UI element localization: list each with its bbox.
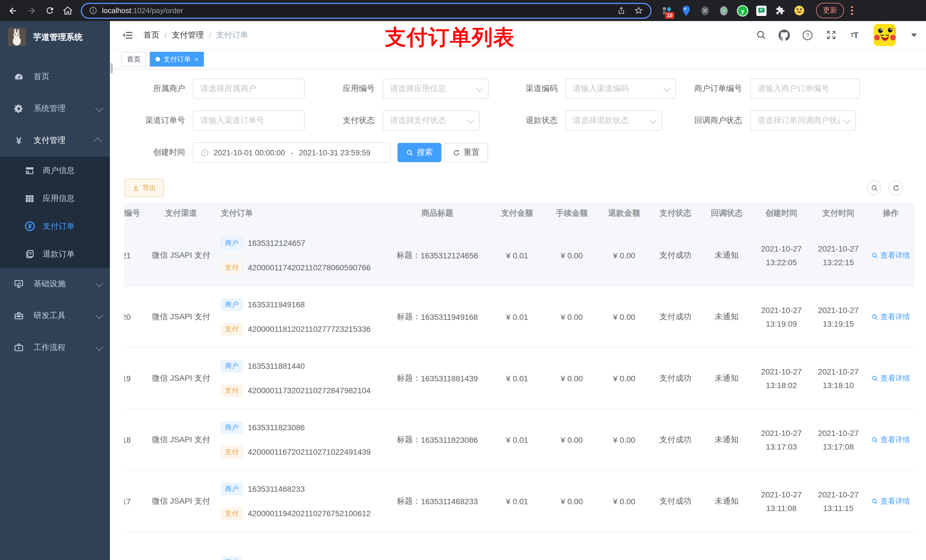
user-avatar[interactable] — [874, 24, 896, 46]
placeholder-text: 请输入渠道编码 — [573, 84, 660, 94]
column-header-6[interactable]: 退款金额 — [598, 208, 651, 219]
breadcrumb-home[interactable]: 首页 — [144, 30, 159, 40]
column-header-10[interactable]: 支付时间 — [810, 208, 867, 219]
filter-field-支付状态: 支付状态请选择支付状态 — [312, 110, 480, 131]
column-header-11[interactable]: 操作 — [867, 208, 915, 219]
view-detail-link[interactable]: 查看详情 — [872, 312, 910, 322]
sidebar-item-1[interactable]: 系统管理 — [0, 93, 113, 125]
cell-channel: 微信 JSAPI 支付 — [147, 312, 215, 322]
merchant-order-no: 1635311949168 — [248, 300, 305, 309]
export-button[interactable]: 导出 — [124, 179, 164, 197]
address-bar[interactable]: localhost:1024/pay/order — [81, 3, 652, 18]
column-header-0[interactable]: 编号 — [124, 208, 147, 219]
sidebar-item-label: 研发工具 — [33, 311, 96, 321]
app-logo-row[interactable]: 芋道管理系统 — [0, 21, 113, 53]
filter-field-渠道编码: 渠道编码请输入渠道编码 — [500, 78, 676, 99]
fullscreen-icon[interactable] — [825, 29, 837, 41]
column-header-2[interactable]: 支付订单 — [215, 208, 386, 219]
sidebar-subitem-0[interactable]: 商户信息 — [0, 157, 113, 184]
view-detail-link[interactable]: 查看详情 — [872, 435, 910, 445]
sidebar-subitem-1[interactable]: 应用信息 — [0, 184, 113, 212]
back-icon[interactable] — [6, 3, 21, 18]
order-id-value: 18 — [124, 435, 131, 444]
extension-vue-icon[interactable]: y — [737, 5, 748, 16]
cell-refund-amount: ¥ 0.00 — [598, 312, 651, 321]
view-detail-label: 查看详情 — [881, 373, 910, 383]
font-size-icon[interactable]: TT — [848, 29, 861, 41]
tab-close-icon[interactable]: × — [195, 56, 198, 62]
column-header-7[interactable]: 支付状态 — [651, 208, 701, 219]
share-icon[interactable] — [617, 6, 626, 15]
order-id-value: 21 — [124, 251, 131, 260]
column-header-5[interactable]: 手续金额 — [546, 208, 598, 219]
breadcrumb-pay-manage[interactable]: 支付管理 — [172, 30, 204, 40]
help-icon[interactable]: ? — [801, 29, 814, 41]
breadcrumb-separator: / — [165, 30, 167, 39]
filter-field-渠道订单号: 渠道订单号请输入渠道订单号 — [124, 110, 305, 131]
sidebar-item-0[interactable]: 基础设施 — [0, 268, 113, 300]
cell-create-time: 2021-10-2713:22:05 — [753, 244, 810, 267]
extension-dev-icon[interactable]: 10 — [662, 5, 673, 16]
extension-command-icon[interactable]: ⌘ — [699, 5, 711, 16]
filter-input[interactable]: 请输入商户订单编号 — [750, 78, 860, 99]
home-icon[interactable] — [61, 3, 75, 18]
github-icon[interactable] — [778, 29, 790, 41]
create-time-range-picker[interactable]: 2021-10-01 00:00:00 - 2021-10-31 23:59:5… — [193, 142, 391, 163]
avatar-dropdown-caret[interactable] — [911, 33, 917, 37]
view-detail-link[interactable]: 查看详情 — [872, 250, 910, 260]
create-time-label: 创建时间 — [124, 147, 193, 158]
reset-button[interactable]: 重置 — [444, 143, 488, 162]
column-header-4[interactable]: 支付金额 — [489, 208, 546, 219]
search-icon[interactable] — [755, 29, 767, 41]
sidebar-scrollbar[interactable] — [110, 21, 113, 560]
site-info-icon[interactable] — [89, 6, 97, 15]
date-range-start[interactable]: 2021-10-01 00:00:00 — [213, 148, 285, 157]
column-header-3[interactable]: 商品标题 — [386, 208, 489, 219]
cell-pay-status-value: 支付成功 — [660, 496, 691, 506]
pay-order-lines: 商户1635311468233支付42000011942021102767521… — [221, 483, 371, 519]
cell-refund-amount: ¥ 0.00 — [598, 435, 651, 444]
toggle-search-icon[interactable] — [867, 180, 882, 195]
merchant-order-line: 商户1635311468233 — [221, 483, 305, 495]
tools-icon — [12, 311, 26, 321]
filter-select[interactable]: 请选择退款状态 — [566, 110, 662, 131]
filter-select[interactable]: 请选择应用信息 — [383, 78, 489, 99]
cell-notify-status: 未通知 — [701, 435, 753, 445]
tab-home[interactable]: 首页 — [121, 52, 146, 66]
extension-emoji-icon[interactable] — [793, 5, 805, 16]
sidebar-scrollbar-thumb[interactable] — [110, 63, 112, 73]
extensions-puzzle-icon[interactable] — [775, 5, 786, 16]
filter-select[interactable]: 请输入渠道编码 — [566, 78, 676, 99]
view-detail-link[interactable]: 查看详情 — [872, 496, 910, 506]
refresh-table-icon[interactable] — [888, 180, 903, 195]
cell-pay-status-value: 支付成功 — [660, 312, 691, 322]
reload-icon[interactable] — [42, 3, 57, 18]
sidebar-item-2[interactable]: ¥支付管理 — [0, 125, 113, 157]
filter-select[interactable]: 请选择支付状态 — [383, 110, 480, 131]
extension-balloon-icon[interactable] — [681, 5, 692, 16]
tab-pay-order[interactable]: 支付订单× — [150, 52, 204, 66]
sidebar-subitem-3[interactable]: 退款订单 — [0, 240, 113, 268]
sidebar-item-2[interactable]: 工作流程 — [0, 332, 113, 364]
bookmark-star-icon[interactable] — [634, 6, 643, 15]
browser-menu-icon[interactable] — [847, 6, 856, 15]
sidebar-subitem-2[interactable]: 支付订单 — [0, 212, 113, 240]
filter-input[interactable]: 请输入渠道订单号 — [193, 110, 305, 131]
extension-chat-icon[interactable] — [756, 5, 767, 16]
view-detail-link[interactable]: 查看详情 — [872, 373, 910, 383]
sidebar-item-0[interactable]: 首页 — [0, 61, 113, 93]
filter-select[interactable]: 请选择订单回调商户状态 — [750, 110, 856, 131]
extension-record-icon[interactable] — [718, 5, 729, 16]
filter-input[interactable]: 请选择所属商户 — [193, 78, 305, 99]
sidebar-item-1[interactable]: 研发工具 — [0, 300, 113, 332]
column-header-1[interactable]: 支付渠道 — [147, 208, 215, 219]
column-header-9[interactable]: 创建时间 — [753, 208, 810, 219]
search-button[interactable]: 搜索 — [398, 143, 441, 162]
browser-update-button[interactable]: 更新 — [816, 3, 844, 18]
collapse-sidebar-icon[interactable] — [122, 29, 135, 41]
search-button-icon — [406, 149, 413, 156]
column-header-8[interactable]: 回调状态 — [701, 208, 753, 219]
forward-icon[interactable] — [24, 3, 39, 18]
cell-actions: 查看详情 — [867, 435, 915, 445]
date-range-end[interactable]: 2021-10-31 23:59:59 — [299, 148, 371, 157]
